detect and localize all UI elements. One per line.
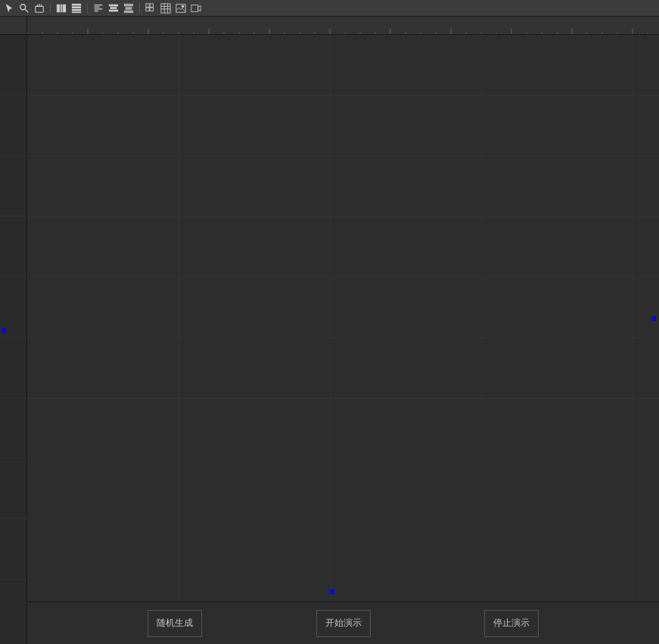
- columns-icon[interactable]: [55, 2, 67, 14]
- h-grid-2: [27, 156, 659, 157]
- sidebar-top: [0, 17, 26, 35]
- svg-rect-34: [191, 5, 198, 11]
- toolbar-separator-3: [139, 3, 140, 14]
- svg-rect-22: [124, 10, 133, 13]
- grid-icon[interactable]: [145, 2, 157, 14]
- waveform-segment-4: [539, 610, 653, 637]
- ruler-mark-1: [0, 35, 26, 95]
- rows-icon[interactable]: [70, 2, 82, 14]
- table-icon[interactable]: [160, 2, 172, 14]
- ruler-svg: // Will be drawn via inline SVG elements…: [27, 17, 659, 35]
- ruler-mark-8: [0, 459, 26, 519]
- waveform-segment-1: [33, 610, 148, 637]
- svg-rect-20: [124, 3, 133, 6]
- canvas-workspace[interactable]: [27, 35, 659, 602]
- toolbar: [0, 0, 659, 17]
- svg-rect-9: [72, 3, 81, 5]
- distribute-icon[interactable]: [123, 2, 135, 14]
- waveform-svg-2: [202, 610, 316, 637]
- h-grid-3: [27, 216, 659, 217]
- image-icon[interactable]: [175, 2, 187, 14]
- svg-rect-8: [63, 4, 66, 12]
- svg-rect-26: [150, 8, 153, 11]
- canvas-area[interactable]: // Will be drawn via inline SVG elements…: [27, 17, 659, 644]
- waveform-svg-4: [539, 610, 653, 637]
- stop-demo-button[interactable]: 停止演示: [484, 610, 539, 637]
- svg-rect-11: [72, 8, 81, 11]
- ruler-mark-3: [0, 156, 26, 216]
- svg-rect-12: [72, 11, 81, 13]
- main-container: // Will be drawn via inline SVG elements…: [0, 17, 659, 644]
- svg-rect-6: [57, 4, 60, 12]
- svg-point-33: [182, 5, 185, 8]
- toolbar-separator-2: [87, 3, 88, 14]
- bottom-left-handle[interactable]: [330, 590, 334, 594]
- zoom-icon[interactable]: [18, 2, 30, 14]
- svg-point-0: [20, 4, 26, 9]
- top-ruler: // Will be drawn via inline SVG elements…: [27, 17, 659, 35]
- ruler-mark-7: [0, 398, 26, 459]
- svg-rect-10: [72, 6, 81, 8]
- left-sidebar: [0, 17, 27, 644]
- svg-rect-27: [161, 3, 170, 12]
- waveform-svg-1: [33, 610, 148, 637]
- toolbar-separator-1: [50, 3, 51, 14]
- waveform-segment-2: [202, 610, 316, 637]
- pointer-icon[interactable]: [3, 2, 15, 14]
- h-grid-4: [27, 277, 659, 278]
- svg-rect-19: [109, 9, 118, 11]
- ruler-mark-6: [0, 338, 26, 398]
- svg-rect-25: [146, 8, 149, 11]
- video-icon[interactable]: [190, 2, 202, 14]
- random-generate-button[interactable]: 随机生成: [148, 610, 202, 637]
- left-handle[interactable]: [2, 328, 6, 333]
- align-center-icon[interactable]: [107, 2, 120, 14]
- right-handle[interactable]: [651, 316, 656, 321]
- h-grid-6: [27, 398, 659, 399]
- waveform-svg-3: [371, 610, 485, 637]
- h-grid-5: [27, 338, 659, 338]
- waveform-segment-3: [371, 610, 485, 637]
- v-grid-2: [330, 35, 331, 602]
- hand-icon[interactable]: [33, 2, 45, 14]
- v-grid-1: [179, 35, 179, 602]
- svg-line-1: [25, 8, 28, 11]
- svg-rect-2: [36, 6, 44, 12]
- svg-rect-23: [146, 3, 149, 6]
- svg-rect-18: [110, 7, 117, 9]
- bottom-controls-bar: 随机生成 开始演示 停止演示: [27, 602, 659, 644]
- svg-rect-17: [109, 4, 118, 6]
- svg-rect-24: [150, 3, 153, 6]
- svg-rect-21: [126, 7, 132, 10]
- v-grid-3: [481, 35, 482, 602]
- ruler-mark-4: [0, 216, 26, 277]
- align-left-icon[interactable]: [92, 2, 104, 14]
- ruler-mark-2: [0, 95, 26, 156]
- svg-rect-7: [61, 4, 62, 12]
- v-grid-4: [633, 35, 633, 602]
- ruler-mark-9: [0, 519, 26, 580]
- svg-rect-32: [176, 4, 185, 12]
- h-grid-1: [27, 95, 659, 96]
- start-demo-button[interactable]: 开始演示: [316, 610, 371, 637]
